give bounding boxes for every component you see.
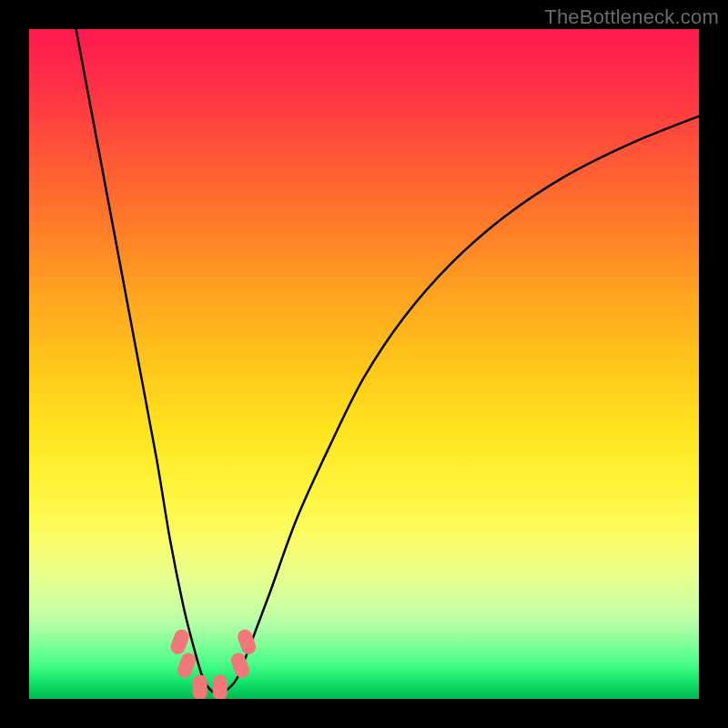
curve-marker — [229, 651, 252, 680]
curve-layer — [29, 29, 699, 699]
curve-marker — [168, 628, 191, 657]
chart-frame: TheBottleneck.com — [0, 0, 728, 728]
attribution-label: TheBottleneck.com — [544, 5, 719, 29]
plot-area — [29, 29, 699, 699]
curve-marker — [193, 674, 207, 699]
curve-marker — [213, 674, 228, 699]
curve-marker — [176, 651, 198, 680]
bottleneck-curve — [76, 29, 699, 693]
curve-markers — [168, 628, 258, 699]
